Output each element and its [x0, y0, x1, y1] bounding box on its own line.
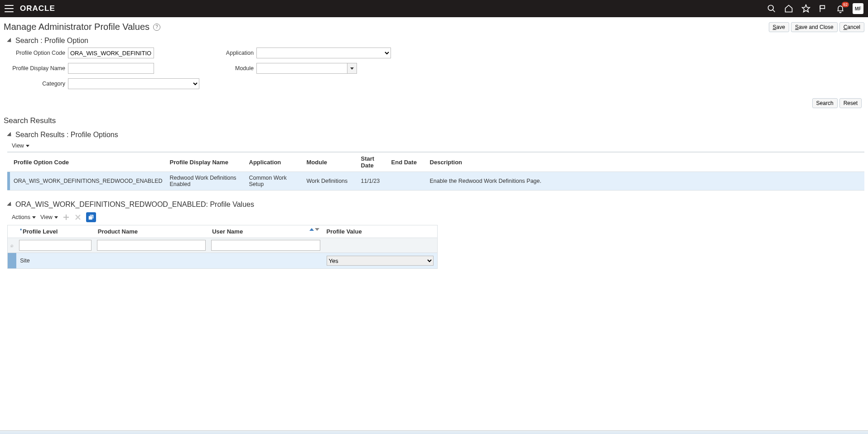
cancel-button[interactable]: Cancel [839, 22, 864, 32]
col-profile-value[interactable]: Profile Value [323, 225, 437, 238]
module-label: Module [217, 65, 254, 72]
col-user-name[interactable]: User Name [208, 225, 323, 238]
oracle-logo: ORACLE [20, 4, 55, 13]
cell-user-name [208, 253, 323, 269]
query-by-example-icon[interactable]: ⌕ [8, 238, 16, 253]
save-button[interactable]: Save [769, 22, 789, 32]
delete-icon[interactable] [74, 214, 82, 221]
reset-button[interactable]: Reset [839, 98, 862, 108]
menu-icon[interactable] [5, 5, 14, 12]
cell-profile-level: Site [16, 253, 94, 269]
col-module[interactable]: Module [303, 153, 357, 172]
table-row[interactable]: Site Yes [8, 253, 437, 269]
actions-menu[interactable]: Actions [12, 214, 36, 220]
col-profile-level[interactable]: *Profile Level [16, 225, 94, 238]
profile-value-select[interactable]: Yes [327, 256, 434, 266]
search-button[interactable]: Search [812, 98, 838, 108]
page-title: Manage Administrator Profile Values ? [4, 22, 160, 32]
home-icon[interactable] [784, 4, 794, 14]
filter-profile-level[interactable] [19, 240, 92, 251]
profile-values-table: ⌕ *Profile Level Product Name User Name [8, 225, 437, 268]
module-dropdown-button[interactable] [347, 63, 357, 74]
sort-desc-icon[interactable] [315, 228, 319, 231]
cell-display-name: Redwood Work Definitions Enabled [166, 172, 246, 191]
cell-code: ORA_WIS_WORK_DEFINITIONS_REDWOOD_ENABLED [10, 172, 166, 191]
col-application[interactable]: Application [246, 153, 303, 172]
svg-point-0 [768, 5, 774, 11]
cell-module: Work Definitions [303, 172, 357, 191]
flag-icon[interactable] [818, 4, 828, 14]
col-profile-display-name[interactable]: Profile Display Name [166, 153, 246, 172]
category-label: Category [11, 81, 65, 87]
svg-line-1 [773, 10, 775, 12]
detach-icon[interactable] [86, 212, 96, 222]
search-results-title: Search Results [4, 116, 864, 125]
profile-options-table: Profile Option Code Profile Display Name… [7, 152, 864, 191]
chevron-down-icon [54, 216, 58, 219]
application-select[interactable] [256, 48, 391, 58]
help-icon[interactable]: ? [153, 24, 160, 31]
chevron-down-icon [350, 67, 354, 70]
chevron-down-icon [26, 145, 29, 147]
col-description[interactable]: Description [426, 153, 864, 172]
profile-display-name-input[interactable] [68, 63, 154, 74]
col-profile-option-code[interactable]: Profile Option Code [10, 153, 166, 172]
collapse-icon[interactable] [7, 201, 13, 207]
profile-display-name-label: Profile Display Name [11, 65, 65, 72]
cell-application: Common Work Setup [246, 172, 303, 191]
profile-option-code-label: Profile Option Code [11, 50, 65, 56]
cell-product-name [94, 253, 208, 269]
col-product-name[interactable]: Product Name [94, 225, 208, 238]
cell-start-date: 11/1/23 [357, 172, 388, 191]
filter-product-name[interactable] [97, 240, 206, 251]
global-header: ORACLE 92 MF [0, 0, 868, 17]
star-icon[interactable] [801, 4, 811, 14]
cell-description: Enable the Redwood Work Definitions Page… [426, 172, 864, 191]
view-menu[interactable]: View [12, 143, 29, 149]
search-icon[interactable] [767, 4, 776, 14]
bell-icon[interactable]: 92 [835, 4, 845, 14]
col-start-date[interactable]: Start Date [357, 153, 388, 172]
application-label: Application [217, 50, 254, 56]
search-section-header: Search : Profile Option [4, 37, 864, 45]
notification-badge: 92 [842, 2, 849, 7]
filter-user-name[interactable] [211, 240, 320, 251]
cell-end-date [388, 172, 426, 191]
add-icon[interactable] [63, 214, 70, 221]
table-row[interactable]: ORA_WIS_WORK_DEFINITIONS_REDWOOD_ENABLED… [7, 172, 864, 191]
view-menu[interactable]: View [40, 214, 58, 220]
collapse-icon[interactable] [7, 132, 13, 138]
svg-rect-3 [820, 5, 825, 9]
profile-values-section-header: ORA_WIS_WORK_DEFINITIONS_REDWOOD_ENABLED… [4, 200, 864, 209]
chevron-down-icon [32, 216, 36, 219]
collapse-icon[interactable] [7, 38, 13, 43]
avatar[interactable]: MF [853, 3, 863, 14]
svg-marker-2 [802, 5, 810, 12]
profile-options-section-header: Search Results : Profile Options [4, 131, 864, 139]
save-and-close-button[interactable]: Save and Close [791, 22, 838, 32]
col-end-date[interactable]: End Date [388, 153, 426, 172]
module-input[interactable] [256, 63, 347, 74]
profile-option-code-input[interactable] [68, 48, 154, 58]
category-select[interactable] [68, 78, 199, 89]
sort-asc-icon[interactable] [309, 228, 314, 231]
